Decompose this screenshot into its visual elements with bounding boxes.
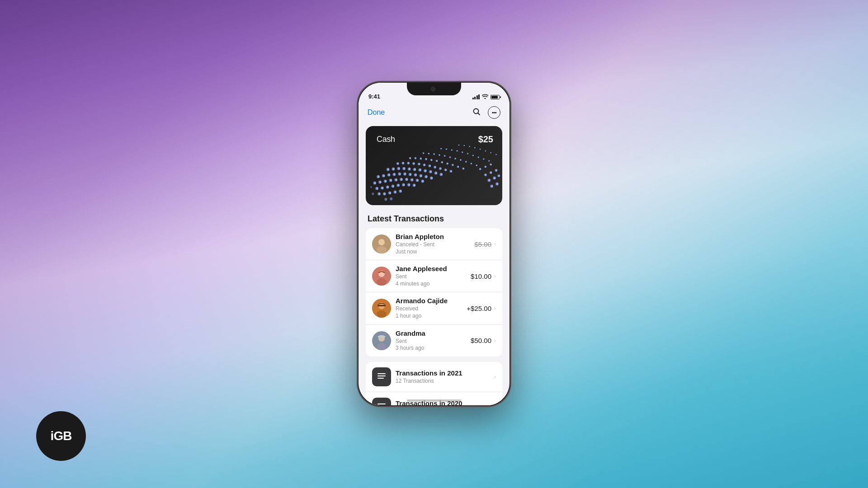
tx-name-jane: Jane Appleseed: [396, 265, 471, 272]
svg-rect-127: [377, 375, 386, 376]
svg-point-10: [391, 185, 394, 188]
svg-point-118: [377, 278, 387, 286]
avatar-jane: [372, 267, 391, 286]
svg-point-15: [373, 182, 376, 185]
svg-point-4: [388, 192, 392, 195]
phone-screen: 9:41: [359, 83, 509, 405]
tx-status-brian: Canceled - SentJust now: [396, 241, 474, 255]
year-title-2021: Transactions in 2021: [396, 369, 494, 377]
nav-bar: Done •••: [359, 103, 509, 122]
svg-point-55: [439, 167, 442, 170]
svg-point-108: [495, 183, 499, 186]
scroll-content[interactable]: Cash $25: [359, 122, 509, 405]
igb-text: iGB: [51, 429, 72, 443]
svg-point-111: [372, 192, 374, 195]
svg-point-30: [403, 173, 406, 176]
svg-point-48: [401, 162, 404, 164]
svg-point-73: [444, 155, 446, 157]
svg-point-5: [393, 191, 396, 194]
svg-point-65: [446, 163, 448, 165]
tx-info-brian: Brian Appleton Canceled - SentJust now: [396, 233, 474, 255]
more-button[interactable]: •••: [488, 106, 500, 119]
svg-point-35: [430, 177, 433, 180]
svg-point-29: [398, 173, 401, 176]
svg-point-63: [435, 160, 438, 162]
svg-point-23: [415, 179, 419, 182]
svg-point-28: [392, 173, 396, 176]
year-icon-2020: [372, 398, 391, 405]
svg-point-86: [472, 155, 474, 156]
year-group-2020[interactable]: Transactions in 2020 47 Transactions ›: [366, 392, 502, 405]
svg-point-79: [476, 164, 477, 166]
svg-point-34: [425, 175, 428, 178]
apple-cash-card: Cash $25: [366, 126, 502, 205]
tx-amount-armando: +$25.00: [467, 305, 491, 312]
svg-point-69: [423, 152, 425, 154]
svg-point-24: [421, 180, 424, 183]
tx-name-brian: Brian Appleton: [396, 233, 474, 240]
svg-point-102: [490, 171, 492, 174]
svg-point-84: [462, 151, 463, 153]
svg-point-52: [423, 164, 425, 166]
tx-info-grandma: Grandma Sent3 hours ago: [396, 329, 471, 352]
year-info-2021: Transactions in 2021 12 Transactions: [396, 369, 494, 384]
svg-rect-126: [377, 373, 386, 374]
svg-point-77: [465, 161, 467, 163]
svg-point-74: [449, 156, 451, 158]
svg-point-72: [439, 154, 440, 156]
avatar-grandma: [372, 331, 391, 350]
tx-status-jane: Sent4 minutes ago: [396, 273, 471, 287]
avatar-armando: [372, 299, 391, 318]
svg-point-32: [414, 174, 417, 177]
svg-point-91: [463, 145, 465, 146]
done-button[interactable]: Done: [368, 108, 385, 117]
year-groups-list: Transactions in 2021 12 Transactions ›: [366, 362, 502, 405]
svg-point-62: [430, 159, 433, 161]
svg-point-112: [370, 186, 372, 188]
svg-point-100: [490, 164, 492, 166]
battery-icon: [491, 95, 500, 99]
svg-point-40: [408, 168, 411, 171]
transaction-item-grandma[interactable]: Grandma Sent3 hours ago $50.00 ›: [366, 325, 502, 357]
signal-icon: [472, 94, 480, 99]
transaction-item-armando[interactable]: Armando Cajide Received1 hour ago +$25.0…: [366, 292, 502, 324]
svg-rect-129: [377, 404, 386, 404]
chevron-icon-brian: ›: [494, 241, 496, 247]
chevron-icon-grandma: ›: [494, 338, 496, 344]
igb-logo: iGB: [36, 411, 86, 461]
svg-point-39: [402, 167, 406, 170]
chevron-icon-jane: ›: [494, 273, 496, 279]
svg-point-51: [418, 163, 420, 165]
svg-point-114: [378, 239, 385, 245]
svg-point-0: [474, 108, 479, 113]
tx-info-jane: Jane Appleseed Sent4 minutes ago: [396, 265, 471, 287]
svg-point-115: [377, 246, 387, 253]
phone-frame: 9:41: [357, 81, 511, 407]
svg-point-68: [462, 168, 464, 170]
svg-point-37: [392, 168, 395, 171]
svg-point-27: [387, 174, 391, 177]
svg-point-67: [457, 166, 459, 168]
svg-point-94: [480, 149, 481, 150]
svg-point-14: [412, 184, 415, 187]
transaction-item-brian[interactable]: Brian Appleton Canceled - SentJust now $…: [366, 228, 502, 260]
svg-point-8: [381, 187, 384, 190]
year-group-2021[interactable]: Transactions in 2021 12 Transactions ›: [366, 362, 502, 392]
status-icons: [472, 94, 500, 100]
svg-point-109: [384, 198, 387, 201]
transaction-item-jane[interactable]: Jane Appleseed Sent4 minutes ago $10.00 …: [366, 260, 502, 292]
svg-point-95: [485, 150, 486, 152]
svg-point-81: [446, 148, 448, 150]
svg-point-64: [441, 161, 443, 164]
wifi-icon: [482, 94, 488, 100]
svg-point-92: [469, 146, 470, 147]
svg-point-53: [428, 164, 431, 167]
svg-point-98: [479, 168, 481, 170]
tx-status-grandma: Sent3 hours ago: [396, 338, 471, 352]
svg-point-9: [386, 186, 389, 189]
svg-point-103: [495, 169, 497, 172]
svg-point-45: [434, 172, 437, 175]
search-icon[interactable]: [472, 108, 481, 118]
svg-point-80: [440, 148, 442, 150]
svg-point-88: [483, 158, 485, 160]
